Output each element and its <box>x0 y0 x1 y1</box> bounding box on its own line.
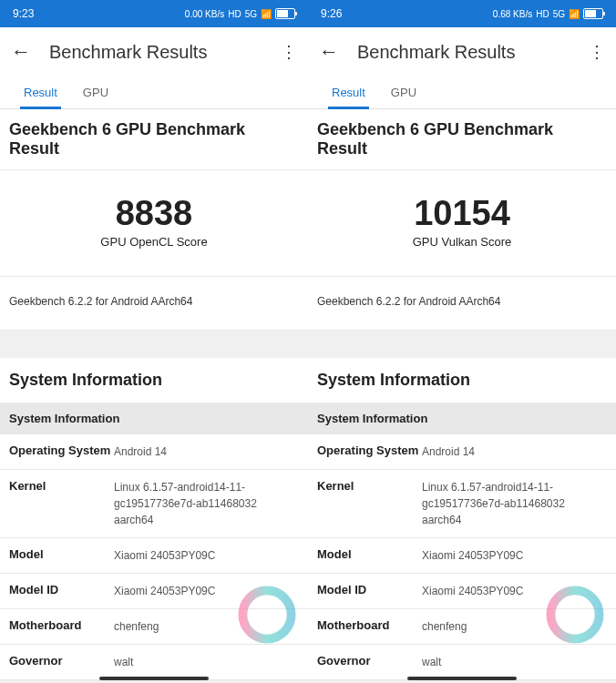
label-modelid: Model ID <box>9 583 114 599</box>
status-net: 5G <box>553 9 565 19</box>
label-model: Model <box>317 547 422 564</box>
row-os: Operating System Android 14 <box>308 434 616 470</box>
nav-bar[interactable] <box>99 677 209 680</box>
score-value: 10154 <box>317 194 607 233</box>
score-section: 10154 GPU Vulkan Score <box>308 169 616 277</box>
screen-left: 9:23 0.00 KB/s HD 5G 📶 ← Benchmark Resul… <box>0 0 308 683</box>
app-bar: ← Benchmark Results ⋮ <box>308 27 616 76</box>
value-model: Xiaomi 24053PY09C <box>422 547 607 564</box>
watermark-icon <box>235 583 299 647</box>
label-governor: Governor <box>9 654 114 670</box>
status-data: 0.00 KB/s <box>185 9 224 19</box>
app-bar: ← Benchmark Results ⋮ <box>0 27 308 76</box>
status-right: 0.00 KB/s HD 5G 📶 <box>185 8 295 19</box>
battery-icon <box>275 8 295 19</box>
subsection-sysinfo: System Information <box>308 403 616 434</box>
status-bar: 9:23 0.00 KB/s HD 5G 📶 <box>0 0 308 27</box>
version-text: Geekbench 6.2.2 for Android AArch64 <box>308 277 616 331</box>
row-kernel: Kernel Linux 6.1.57-android14-11-gc19517… <box>308 470 616 538</box>
status-right: 0.68 KB/s HD 5G 📶 <box>493 8 603 19</box>
row-model: Model Xiaomi 24053PY09C <box>308 538 616 574</box>
more-icon[interactable]: ⋮ <box>281 42 297 62</box>
back-icon[interactable]: ← <box>11 40 31 64</box>
svg-point-0 <box>242 590 291 638</box>
label-motherboard: Motherboard <box>317 618 422 635</box>
label-os: Operating System <box>9 443 114 460</box>
status-time: 9:26 <box>321 7 342 20</box>
signal-icon: 📶 <box>261 9 272 19</box>
back-icon[interactable]: ← <box>319 40 339 64</box>
subsection-sysinfo: System Information <box>0 403 308 434</box>
value-governor: walt <box>422 654 607 670</box>
label-modelid: Model ID <box>317 583 422 599</box>
label-kernel: Kernel <box>9 479 114 528</box>
label-motherboard: Motherboard <box>9 618 114 635</box>
battery-icon <box>583 8 603 19</box>
tabs: Result GPU <box>0 76 308 109</box>
page-title: Geekbench 6 GPU Benchmark Result <box>308 109 616 169</box>
value-os: Android 14 <box>114 443 299 460</box>
score-section: 8838 GPU OpenCL Score <box>0 169 308 277</box>
row-governor: Governor walt <box>0 645 308 680</box>
label-model: Model <box>9 547 114 564</box>
label-kernel: Kernel <box>317 479 422 528</box>
value-os: Android 14 <box>422 443 607 460</box>
section-title-sysinfo: System Information <box>0 358 308 403</box>
page-title: Geekbench 6 GPU Benchmark Result <box>0 109 308 169</box>
row-model: Model Xiaomi 24053PY09C <box>0 538 308 574</box>
hd-icon: HD <box>536 9 549 19</box>
status-data: 0.68 KB/s <box>493 9 532 19</box>
app-title: Benchmark Results <box>357 42 570 63</box>
tabs: Result GPU <box>308 76 616 109</box>
spacer <box>308 331 616 358</box>
app-title: Benchmark Results <box>49 42 262 63</box>
status-net: 5G <box>245 9 257 19</box>
signal-icon: 📶 <box>569 9 580 19</box>
screen-right: 9:26 0.68 KB/s HD 5G 📶 ← Benchmark Resul… <box>308 0 616 683</box>
tab-result[interactable]: Result <box>11 76 70 108</box>
tab-gpu[interactable]: GPU <box>70 76 121 108</box>
more-icon[interactable]: ⋮ <box>589 42 605 62</box>
nav-bar[interactable] <box>407 677 517 680</box>
watermark-icon <box>543 583 607 647</box>
label-governor: Governor <box>317 654 422 670</box>
status-bar: 9:26 0.68 KB/s HD 5G 📶 <box>308 0 616 27</box>
spacer <box>0 331 308 358</box>
row-governor: Governor walt <box>308 645 616 680</box>
score-label: GPU OpenCL Score <box>9 235 299 249</box>
value-kernel: Linux 6.1.57-android14-11-gc19517736e7d-… <box>422 479 607 528</box>
status-time: 9:23 <box>13 7 34 20</box>
score-label: GPU Vulkan Score <box>317 235 607 249</box>
value-kernel: Linux 6.1.57-android14-11-gc19517736e7d-… <box>114 479 299 528</box>
tab-result[interactable]: Result <box>319 76 378 108</box>
value-governor: walt <box>114 654 299 670</box>
tab-gpu[interactable]: GPU <box>378 76 429 108</box>
score-value: 8838 <box>9 194 299 233</box>
row-kernel: Kernel Linux 6.1.57-android14-11-gc19517… <box>0 470 308 538</box>
svg-point-1 <box>550 590 599 638</box>
section-title-sysinfo: System Information <box>308 358 616 403</box>
version-text: Geekbench 6.2.2 for Android AArch64 <box>0 277 308 331</box>
row-os: Operating System Android 14 <box>0 434 308 470</box>
label-os: Operating System <box>317 443 422 460</box>
value-model: Xiaomi 24053PY09C <box>114 547 299 564</box>
hd-icon: HD <box>228 9 241 19</box>
